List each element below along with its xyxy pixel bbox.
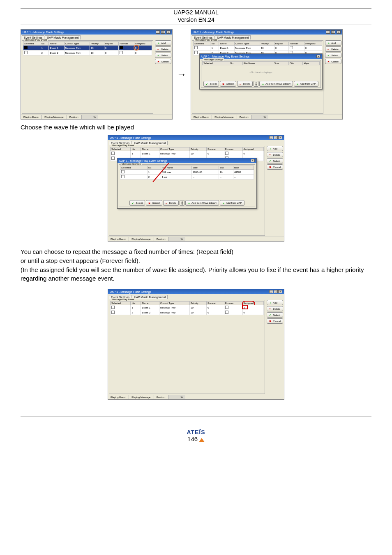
updown-buttons[interactable]: ▲▼ <box>180 200 184 206</box>
checkbox[interactable] <box>120 46 123 49</box>
maximize-icon[interactable]: □ <box>274 136 278 139</box>
cancel-button[interactable]: ✖Cancel <box>155 59 171 64</box>
checkbox[interactable] <box>290 46 293 49</box>
maximize-icon[interactable]: □ <box>274 290 278 293</box>
window-flash-settings-bottom: UAP 1 - Message Flash Settings_□× Event … <box>108 289 284 400</box>
select-button[interactable]: ✔Select <box>155 53 171 58</box>
table-row[interactable]: 1Event 1Message Play1000 <box>111 151 264 156</box>
checkbox[interactable] <box>121 170 125 173</box>
table-row[interactable]: 1Event 1Message Play1000 <box>194 46 322 51</box>
add-button[interactable]: ＋Add <box>267 300 283 305</box>
checkbox[interactable] <box>120 51 123 54</box>
table-row[interactable]: 1Event 1Message Play1002 <box>111 305 264 310</box>
table-row[interactable]: 2Event 2Message Play1000 <box>111 310 264 315</box>
window-controls: _ □ × <box>325 30 341 34</box>
group-label: Message Play Event <box>111 298 135 301</box>
maximize-icon[interactable]: □ <box>161 30 165 34</box>
x-icon: ✖ <box>157 60 160 63</box>
checkbox[interactable] <box>111 311 115 314</box>
checkbox[interactable] <box>194 46 198 49</box>
close-icon[interactable]: × <box>316 55 321 58</box>
titlebar[interactable]: UAP 1 - Message Flash Settings _ □ × <box>191 30 342 35</box>
cancel-button[interactable]: ✖Cancel <box>267 164 283 170</box>
tab-music-management[interactable]: UAP Music Management <box>215 35 251 39</box>
add-button[interactable]: ＋Add <box>155 40 171 46</box>
delete-button[interactable]: ━Delete <box>237 81 253 87</box>
tab-music-management[interactable]: UAP Music Management <box>45 35 81 39</box>
group-label: Message Storage <box>203 58 224 61</box>
close-icon[interactable]: × <box>251 159 255 162</box>
minus-icon: ━ <box>157 48 160 51</box>
down-arrow-icon[interactable]: ▼ <box>180 203 184 205</box>
titlebar[interactable]: UAP 1 - Message Flash Settings_□× <box>108 289 284 294</box>
cancel-button[interactable]: ✖Cancel <box>267 318 283 324</box>
cancel-button[interactable]: ✖Cancel <box>220 81 236 87</box>
delete-button[interactable]: ━Delete <box>325 46 341 52</box>
checkbox[interactable] <box>111 152 115 155</box>
minimize-icon[interactable]: _ <box>326 30 330 34</box>
add-from-library-button[interactable]: ＋Add from Wave Library <box>185 200 219 206</box>
select-button[interactable]: ✔Select <box>267 312 283 318</box>
page-footer: ATEÏS 146 <box>21 429 371 442</box>
checkbox[interactable] <box>225 311 228 314</box>
add-button[interactable]: ＋Add <box>267 146 283 151</box>
dialog-title: UAP 1 - Message Play Event Settings <box>119 159 167 162</box>
checkbox[interactable] <box>225 306 228 309</box>
close-icon[interactable]: × <box>278 136 282 139</box>
titlebar[interactable]: UAP 1 - Message Flash Settings _ □ × <box>21 30 172 35</box>
delete-button[interactable]: ━Delete <box>163 200 179 206</box>
table-row[interactable]: 2 Event 2 Message Play 10 0 0 <box>23 51 152 55</box>
x-icon: ✖ <box>148 202 151 205</box>
x-icon: ✖ <box>269 320 272 322</box>
checkbox[interactable] <box>24 46 28 49</box>
delete-button[interactable]: ━Delete <box>267 152 283 157</box>
body-paragraph: You can choose to repeat the message a f… <box>21 247 371 283</box>
cancel-button[interactable]: ✖Cancel <box>325 59 341 64</box>
minimize-icon[interactable]: _ <box>269 290 273 293</box>
tab-music-management[interactable]: UAP Music Management <box>132 141 168 145</box>
plus-icon: ＋ <box>269 147 272 150</box>
plus-icon: ＋ <box>269 301 272 304</box>
checkbox[interactable] <box>111 306 115 309</box>
cancel-button[interactable]: ✖Cancel <box>146 200 162 206</box>
screenshot-row-1: UAP 1 - Message Flash Settings _ □ × Eve… <box>21 29 371 120</box>
maximize-icon[interactable]: □ <box>331 30 335 34</box>
delete-button[interactable]: ━Delete <box>155 46 171 52</box>
select-button[interactable]: ✔Select <box>325 53 341 58</box>
checkbox[interactable] <box>121 175 125 178</box>
select-button[interactable]: ✔Select <box>267 158 283 164</box>
checkbox[interactable] <box>194 51 198 54</box>
minimize-icon[interactable]: _ <box>269 136 273 139</box>
add-from-uap-button[interactable]: ＋Add from UAP <box>220 200 244 206</box>
minimize-icon[interactable]: _ <box>156 30 160 34</box>
down-arrow-icon[interactable]: ▼ <box>254 84 258 86</box>
table-row[interactable]: 1 Event 1 Message Play 10 0 0 <box>23 46 152 51</box>
delete-button[interactable]: ━Delete <box>267 306 283 311</box>
updown-buttons[interactable]: ▲▼ <box>254 81 258 87</box>
group-label: Message Storage <box>121 163 142 165</box>
window-flash-settings-center: UAP 1 - Message Flash Settings _□× Event… <box>108 135 284 242</box>
check-icon: ✔ <box>269 313 272 316</box>
window-title: UAP 1 - Message Flash Settings <box>23 31 64 34</box>
table-row[interactable]: 21.wa------ <box>120 175 254 180</box>
tab-music-management[interactable]: UAP Music Management <box>132 295 168 299</box>
add-button[interactable]: ＋Add <box>325 40 341 46</box>
close-icon[interactable]: × <box>337 30 341 34</box>
dialog-play-event-settings: UAP 1 - Message Play Event Settings × Me… <box>199 53 323 90</box>
table-row[interactable]: 1001.wav10954101648000 <box>120 170 254 175</box>
checkbox[interactable] <box>24 51 28 54</box>
checkbox[interactable] <box>111 157 115 160</box>
select-button[interactable]: ✔Select <box>129 200 145 206</box>
storage-table: SelectedNo.File NameSizeBitskbps 1001.wa… <box>120 166 254 180</box>
add-from-uap-button[interactable]: ＋Add from UAP <box>294 81 318 87</box>
empty-message: <No data to display> <box>202 65 320 79</box>
window-title: UAP 1 - Message Flash Settings <box>110 136 151 139</box>
brand-mark-icon <box>199 438 205 442</box>
add-from-library-button[interactable]: ＋Add from Wave Library <box>259 81 293 87</box>
close-icon[interactable]: × <box>166 30 171 34</box>
titlebar[interactable]: UAP 1 - Message Flash Settings _□× <box>108 135 284 140</box>
plus-icon: ＋ <box>157 41 160 44</box>
close-icon[interactable]: × <box>278 290 282 293</box>
select-button[interactable]: ✔Select <box>203 81 219 87</box>
checkbox[interactable] <box>225 152 228 155</box>
